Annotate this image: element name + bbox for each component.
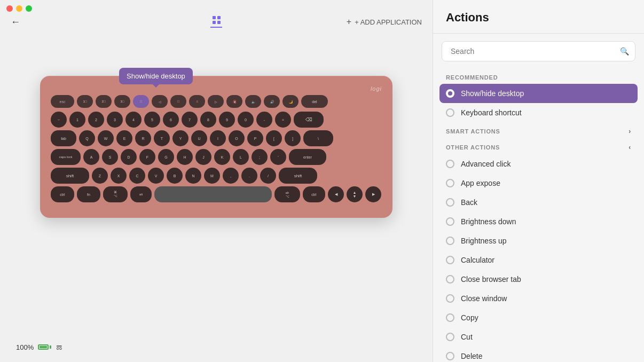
key-3[interactable]: 3: [107, 112, 123, 128]
action-delete[interactable]: Delete: [433, 347, 644, 362]
key-alt-right[interactable]: alt⌥: [274, 186, 300, 202]
key-f1[interactable]: 1□: [77, 95, 93, 108]
action-label-brightness-up: Brightness up: [461, 237, 507, 245]
key-equals[interactable]: =: [275, 112, 291, 128]
apps-icon-button[interactable]: [210, 16, 222, 28]
key-q[interactable]: Q: [79, 130, 95, 146]
key-period[interactable]: .: [241, 168, 257, 184]
key-ctrl-right[interactable]: ctrl: [303, 186, 325, 202]
key-a[interactable]: A: [83, 149, 99, 165]
action-keyboard-shortcut[interactable]: Keyboard shortcut: [433, 103, 644, 122]
key-fn[interactable]: fn: [77, 186, 100, 202]
key-ctrl[interactable]: ctrl: [51, 186, 74, 202]
key-g[interactable]: G: [158, 149, 174, 165]
key-v[interactable]: V: [148, 168, 164, 184]
key-f10[interactable]: 🔈: [245, 95, 261, 108]
key-arrow-right[interactable]: ▶: [365, 186, 381, 202]
action-show-hide-desktop[interactable]: Show/hide desktop: [439, 84, 638, 103]
key-l[interactable]: L: [233, 149, 249, 165]
key-enter[interactable]: enter: [289, 149, 326, 165]
action-brightness-down[interactable]: Brightness down: [433, 212, 644, 231]
key-esc[interactable]: esc: [51, 95, 74, 108]
key-cmd-left[interactable]: ⌘⌥: [103, 186, 128, 202]
key-8[interactable]: 8: [200, 112, 216, 128]
key-9[interactable]: 9: [219, 112, 235, 128]
key-7[interactable]: 7: [182, 112, 198, 128]
action-close-window[interactable]: Close window: [433, 289, 644, 308]
key-h[interactable]: H: [177, 149, 193, 165]
key-comma[interactable]: ,: [223, 168, 239, 184]
key-f2[interactable]: 2□: [96, 95, 112, 108]
key-f[interactable]: F: [139, 149, 155, 165]
section-other-actions[interactable]: OTHER ACTIONS ‹: [433, 138, 644, 154]
key-f3[interactable]: 3□: [114, 95, 130, 108]
action-calculator[interactable]: Calculator: [433, 250, 644, 270]
key-slash[interactable]: /: [260, 168, 276, 184]
key-shift-right[interactable]: shift: [279, 168, 317, 184]
key-6[interactable]: 6: [163, 112, 179, 128]
key-z[interactable]: Z: [92, 168, 108, 184]
key-u[interactable]: U: [191, 130, 207, 146]
key-f8[interactable]: ▷: [208, 95, 224, 108]
key-y[interactable]: Y: [172, 130, 189, 146]
minimize-button[interactable]: [16, 5, 22, 12]
key-s[interactable]: S: [102, 149, 118, 165]
key-caps-lock[interactable]: caps lock: [51, 149, 81, 165]
key-rbracket[interactable]: ]: [285, 130, 301, 146]
key-f7[interactable]: ♫: [189, 95, 205, 108]
key-k[interactable]: K: [214, 149, 230, 165]
action-copy[interactable]: Copy: [433, 308, 644, 327]
key-f6[interactable]: □: [170, 95, 186, 108]
key-f11[interactable]: 🔊: [264, 95, 280, 108]
key-backslash[interactable]: \: [303, 130, 333, 146]
key-t[interactable]: T: [154, 130, 170, 146]
key-p[interactable]: P: [247, 130, 263, 146]
key-1[interactable]: 1: [69, 112, 85, 128]
key-del[interactable]: del: [301, 95, 328, 108]
key-tab[interactable]: tab: [51, 130, 76, 146]
key-f4-highlight[interactable]: □: [133, 95, 149, 108]
key-d[interactable]: D: [121, 149, 137, 165]
key-2[interactable]: 2: [88, 112, 104, 128]
action-cut[interactable]: Cut: [433, 327, 644, 347]
key-space[interactable]: [154, 186, 272, 202]
key-semicolon[interactable]: ;: [252, 149, 268, 165]
key-r[interactable]: R: [135, 130, 151, 146]
key-m[interactable]: M: [204, 168, 220, 184]
section-smart-actions[interactable]: SMART ACTIONS ›: [433, 122, 644, 138]
key-lbracket[interactable]: [: [266, 130, 282, 146]
key-i[interactable]: I: [210, 130, 226, 146]
action-advanced-click[interactable]: Advanced click: [433, 154, 644, 174]
key-minus[interactable]: -: [256, 112, 272, 128]
key-f5[interactable]: ◁: [152, 95, 168, 108]
key-e[interactable]: E: [116, 130, 132, 146]
action-brightness-up[interactable]: Brightness up: [433, 231, 644, 250]
key-n[interactable]: N: [185, 168, 201, 184]
key-o[interactable]: O: [229, 130, 245, 146]
search-input[interactable]: [442, 41, 635, 61]
key-arrow-up-down[interactable]: ▲ ▼: [347, 186, 363, 202]
key-w[interactable]: W: [98, 130, 114, 146]
back-button[interactable]: ←: [11, 17, 20, 28]
key-5[interactable]: 5: [144, 112, 160, 128]
key-j[interactable]: J: [195, 149, 211, 165]
key-f12[interactable]: 🌙: [282, 95, 299, 108]
action-back[interactable]: Back: [433, 193, 644, 212]
key-b[interactable]: B: [167, 168, 183, 184]
key-arrow-left[interactable]: ◀: [328, 186, 344, 202]
key-shift-left[interactable]: shift: [51, 168, 89, 184]
key-0[interactable]: 0: [238, 112, 254, 128]
action-app-expose[interactable]: App expose: [433, 174, 644, 193]
key-backspace[interactable]: ⌫: [294, 112, 324, 128]
key-x[interactable]: X: [111, 168, 127, 184]
add-application-button[interactable]: + + ADD APPLICATION: [347, 17, 422, 27]
action-close-browser-tab[interactable]: Close browser tab: [433, 270, 644, 289]
close-button[interactable]: [6, 5, 13, 12]
key-f9[interactable]: 🔇: [226, 95, 242, 108]
key-c[interactable]: C: [129, 168, 145, 184]
key-alt-left[interactable]: alt: [130, 186, 152, 202]
key-quote[interactable]: ': [270, 149, 286, 165]
key-tilde[interactable]: ~: [51, 112, 67, 128]
key-4[interactable]: 4: [125, 112, 142, 128]
maximize-button[interactable]: [26, 5, 32, 12]
